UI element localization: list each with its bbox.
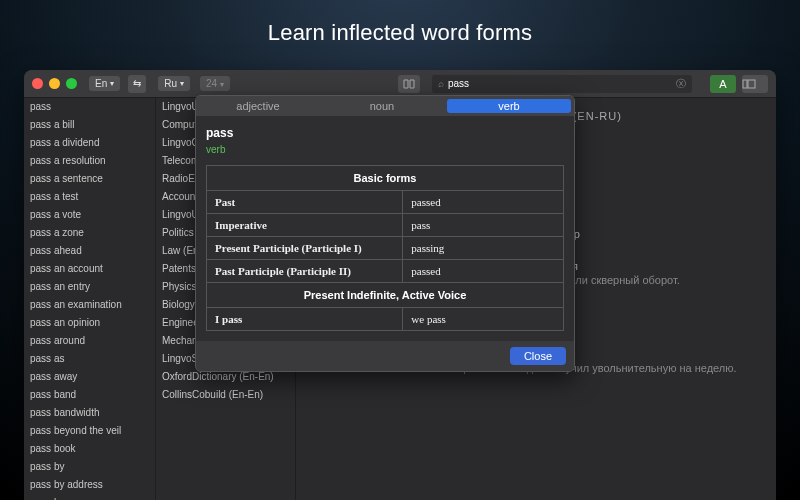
wordlist-column[interactable]: passpass a billpass a dividendpass a res… [24, 98, 156, 500]
inflection-value: passing [403, 237, 564, 260]
segment-verb[interactable]: verb [447, 99, 571, 113]
dict-count-select[interactable]: 24 ▾ [200, 76, 230, 91]
clear-search-icon[interactable]: ⓧ [676, 77, 686, 91]
wordlist-item[interactable]: pass a vote [24, 206, 155, 224]
svg-rect-0 [743, 80, 747, 88]
inflection-popover: adjective noun verb pass verb Basic form… [195, 95, 575, 372]
wordlist-item[interactable]: pass by [24, 458, 155, 476]
part-of-speech: verb [206, 144, 564, 155]
inflection-value: pass [403, 214, 564, 237]
wordlist-item[interactable]: pass by name [24, 494, 155, 500]
table-section-basic: Basic forms [207, 166, 564, 191]
wordlist-item[interactable]: pass an opinion [24, 314, 155, 332]
wordlist-item[interactable]: pass band [24, 386, 155, 404]
inflection-form: Past Participle (Participle II) [207, 260, 403, 283]
dictionary-icon[interactable] [398, 75, 420, 93]
wordlist-item[interactable]: pass an account [24, 260, 155, 278]
chevron-down-icon: ▾ [220, 80, 224, 89]
dictionary-item[interactable]: CollinsCobuild (En-En) [156, 386, 295, 404]
chevron-down-icon: ▾ [180, 79, 184, 88]
wordlist-item[interactable]: pass a sentence [24, 170, 155, 188]
inflection-row: Past Participle (Participle II)passed [207, 260, 564, 283]
inflection-row: Pastpassed [207, 191, 564, 214]
lang-to-select[interactable]: Ru ▾ [158, 76, 190, 91]
close-button[interactable]: Close [510, 347, 566, 365]
page-heading: Learn inflected word forms [0, 0, 800, 60]
wordlist-item[interactable]: pass ahead [24, 242, 155, 260]
wordlist-item[interactable]: pass an examination [24, 296, 155, 314]
wordlist-item[interactable]: pass around [24, 332, 155, 350]
wordlist-item[interactable]: pass a test [24, 188, 155, 206]
wordlist-item[interactable]: pass beyond the veil [24, 422, 155, 440]
wordlist-item[interactable]: pass an entry [24, 278, 155, 296]
zoom-window-icon[interactable] [66, 78, 77, 89]
inflection-row: Present Participle (Participle I)passing [207, 237, 564, 260]
segment-adjective[interactable]: adjective [196, 96, 320, 116]
inflection-form: Past [207, 191, 403, 214]
wordlist-item[interactable]: pass [24, 98, 155, 116]
layout-toggle-button[interactable] [742, 75, 768, 93]
popover-footer: Close [196, 341, 574, 371]
wordlist-item[interactable]: pass away [24, 368, 155, 386]
wordlist-item[interactable]: pass by address [24, 476, 155, 494]
table-section-present: Present Indefinite, Active Voice [207, 283, 564, 308]
lang-to-label: Ru [164, 78, 177, 89]
lang-from-select[interactable]: En ▾ [89, 76, 120, 91]
wordlist-item[interactable]: pass bandwidth [24, 404, 155, 422]
search-icon: ⌕ [438, 78, 444, 89]
inflection-form: I pass [207, 308, 403, 331]
titlebar: En ▾ ⇆ Ru ▾ 24 ▾ ⌕ ⓧ A [24, 70, 776, 98]
wordlist-item[interactable]: pass a dividend [24, 134, 155, 152]
svg-rect-1 [748, 80, 755, 88]
popover-body: pass verb Basic forms PastpassedImperati… [196, 116, 574, 341]
inflection-value: passed [403, 260, 564, 283]
inflection-table: Basic forms PastpassedImperativepassPres… [206, 165, 564, 331]
font-button[interactable]: A [710, 75, 736, 93]
dict-count-label: 24 [206, 78, 217, 89]
lang-from-label: En [95, 78, 107, 89]
wordlist-item[interactable]: pass a zone [24, 224, 155, 242]
search-field[interactable]: ⌕ ⓧ [432, 75, 692, 93]
segment-noun[interactable]: noun [320, 96, 444, 116]
headword: pass [206, 126, 564, 140]
wordlist-item[interactable]: pass as [24, 350, 155, 368]
pos-segmented-control[interactable]: adjective noun verb [196, 96, 574, 116]
swap-languages-button[interactable]: ⇆ [128, 75, 146, 93]
close-window-icon[interactable] [32, 78, 43, 89]
wordlist-item[interactable]: pass a bill [24, 116, 155, 134]
minimize-window-icon[interactable] [49, 78, 60, 89]
inflection-form: Imperative [207, 214, 403, 237]
chevron-down-icon: ▾ [110, 79, 114, 88]
inflection-value: we pass [403, 308, 564, 331]
search-input[interactable] [448, 78, 672, 89]
inflection-form: Present Participle (Participle I) [207, 237, 403, 260]
wordlist-item[interactable]: pass book [24, 440, 155, 458]
inflection-row: I passwe pass [207, 308, 564, 331]
inflection-value: passed [403, 191, 564, 214]
inflection-row: Imperativepass [207, 214, 564, 237]
wordlist-item[interactable]: pass a resolution [24, 152, 155, 170]
